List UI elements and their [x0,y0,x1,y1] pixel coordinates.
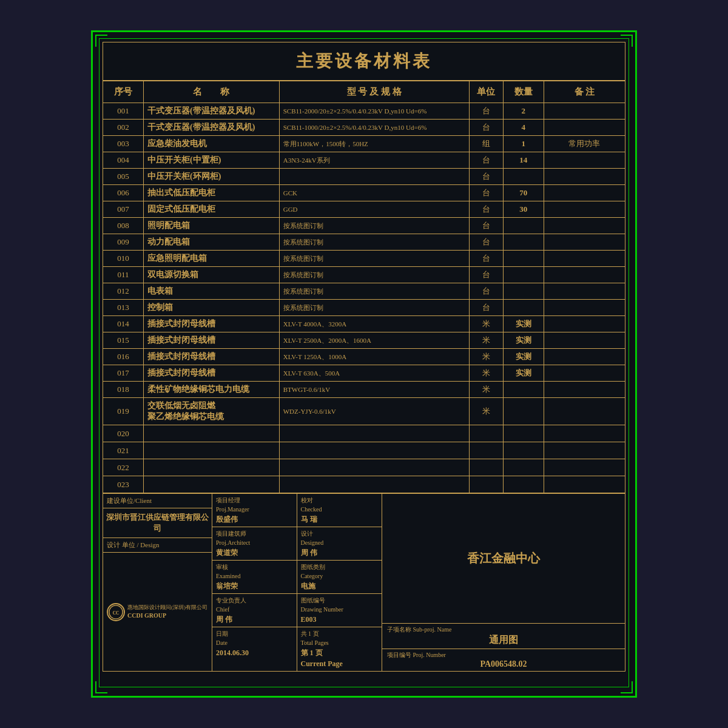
table-cell: 019 [103,398,144,425]
table-cell [544,316,625,332]
table-cell [144,459,280,476]
table-cell: 014 [103,316,144,332]
table-cell [279,425,469,442]
table-cell: 控制箱 [144,300,280,316]
table-cell [503,251,544,267]
table-cell: 台 [469,103,503,120]
table-cell: 常用功率 [544,136,625,152]
table-row: 018柔性矿物绝缘铜芯电力电缆BTWGT-0.6/1kV米 [103,382,625,398]
footer-left: 建设单位/Client 深圳市晋江供应链管理有限公司 设计 单位 / Desig… [103,494,212,671]
table-cell [544,365,625,382]
table-cell [279,442,469,459]
proj-num-label: 项目编号 Proj. Number PA006548.02 [382,649,625,671]
table-cell [544,234,625,251]
table-cell [503,300,544,316]
table-cell: 022 [103,459,144,476]
table-cell: 插接式封闭母线槽 [144,365,280,382]
table-cell [544,218,625,234]
table-cell: 米 [469,398,503,425]
inner-border: 主要设备材料表 序号 名 称 型 号 及 规 格 单位 数量 备 注 001干式… [99,38,629,687]
table-cell [279,476,469,493]
table-row: 013控制箱按系统图订制台 [103,300,625,316]
table-cell: 2 [503,103,544,120]
col-header-note: 备 注 [544,81,625,103]
corner-br [621,681,633,693]
footer-section: 建设单位/Client 深圳市晋江供应链管理有限公司 设计 单位 / Desig… [103,493,625,672]
table-cell: 按系统图订制 [279,251,469,267]
table-cell: A3N3-24kV系列 [279,152,469,169]
table-cell [544,185,625,201]
table-cell: GGD [279,201,469,218]
table-cell [544,251,625,267]
table-cell: 交联低烟无卤阻燃 聚乙烯绝缘铜芯电缆 [144,398,280,425]
table-cell [544,169,625,185]
table-row: 011双电源切换箱按系统图订制台 [103,267,625,283]
table-cell [144,442,280,459]
table-cell: XLV-T 630A、500A [279,365,469,382]
table-cell: 台 [469,169,503,185]
table-cell: 020 [103,425,144,442]
date-cell: 日期 Date 2014.06.30 [212,627,297,671]
table-row: 005中压开关柜(环网柜)台 [103,169,625,185]
footer-design-label: 设计 单位 / Design [103,538,212,553]
table-cell: 30 [503,201,544,218]
table-cell [503,442,544,459]
table-cell: GCK [279,185,469,201]
table-cell: 023 [103,476,144,493]
table-cell: 照明配电箱 [144,218,280,234]
table-cell: 台 [469,251,503,267]
logo-text: 惠地国际设计顾问(深圳)有限公司 CCDI GROUP [127,604,207,620]
table-cell [503,459,544,476]
table-cell: 应急照明配电箱 [144,251,280,267]
table-cell: 台 [469,152,503,169]
col-header-id: 序号 [103,81,144,103]
table-cell [469,442,503,459]
table-cell: BTWGT-0.6/1kV [279,382,469,398]
table-cell: 013 [103,300,144,316]
table-cell [503,382,544,398]
corner-tl [95,35,107,47]
table-cell: 电表箱 [144,283,280,300]
table-cell: 021 [103,442,144,459]
table-cell: 台 [469,201,503,218]
corner-tr [621,35,633,47]
table-cell: 实测 [503,332,544,349]
table-cell: 1 [503,136,544,152]
table-cell: XLV-T 1250A、1000A [279,349,469,365]
table-cell [544,459,625,476]
table-cell: 插接式封闭母线槽 [144,316,280,332]
table-row: 001干式变压器(带温控器及风机)SCB11-2000/20±2×2.5%/0.… [103,103,625,120]
table-cell: 动力配电箱 [144,234,280,251]
table-cell: 台 [469,267,503,283]
table-cell: XLV-T 4000A、3200A [279,316,469,332]
proj-manager-cell: 项目经理 Proj.Manager 殷盛伟 [212,494,297,527]
table-cell: 台 [469,234,503,251]
table-row: 009动力配电箱按系统图订制台 [103,234,625,251]
table-cell: 14 [503,152,544,169]
table-cell: 米 [469,365,503,382]
corner-bl [95,681,107,693]
ccdi-icon: CC [107,603,125,621]
table-cell: 台 [469,120,503,136]
table-row: 015插接式封闭母线槽XLV-T 2500A、2000A、1600A米实测 [103,332,625,349]
table-cell: 002 [103,120,144,136]
table-cell [503,169,544,185]
table-cell: 抽出式低压配电柜 [144,185,280,201]
table-row: 023 [103,476,625,493]
svg-text:CC: CC [113,610,120,615]
table-cell [503,267,544,283]
table-cell [503,476,544,493]
table-cell: 台 [469,300,503,316]
table-row: 021 [103,442,625,459]
sub-proj-label: 子项名称 Sub-proj. Name 通用图 [382,624,625,649]
examined-cell: 审核 Examined 翁培荣 [212,561,297,594]
table-cell [503,398,544,425]
table-row: 010应急照明配电箱按系统图订制台 [103,251,625,267]
table-cell [469,425,503,442]
table-cell [503,218,544,234]
table-row: 002干式变压器(带温控器及风机)SCB11-1000/20±2×2.5%/0.… [103,120,625,136]
table-cell: 018 [103,382,144,398]
table-cell: 007 [103,201,144,218]
table-cell [544,349,625,365]
table-cell: 常用1100kW，1500转，50HZ [279,136,469,152]
